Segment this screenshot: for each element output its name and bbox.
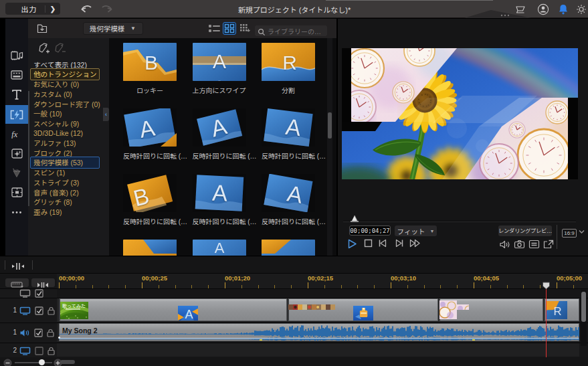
redo-button[interactable]	[100, 2, 114, 15]
sidebar-item-effect-room[interactable]: fx	[5, 124, 28, 143]
category-dropdown[interactable]: 幾何学模様 ▼	[83, 22, 143, 35]
add-tag-button[interactable]	[38, 42, 49, 54]
sidebar-item-masks-room[interactable]	[5, 183, 28, 201]
adjust-timeline-button[interactable]	[9, 261, 27, 273]
import-media-button[interactable]	[37, 23, 48, 34]
undock-preview-button[interactable]	[543, 240, 554, 249]
mute-button[interactable]	[499, 240, 510, 249]
remove-tag-button[interactable]	[54, 42, 65, 54]
transition-badge[interactable]: A	[178, 306, 198, 323]
tag-item[interactable]: ダウンロード完了 (0)	[31, 99, 108, 109]
sidebar-item-pip-objects-room[interactable]	[5, 144, 28, 163]
library-item[interactable]: A	[193, 240, 246, 256]
library-item[interactable]: A反時計回りに回転 (…	[262, 108, 315, 161]
library-item[interactable]: AA上方向にスワイプ	[193, 43, 246, 95]
zoom-out-button[interactable]	[3, 358, 12, 366]
timecode-display[interactable]: 00;00;04;27	[349, 225, 391, 236]
next-frame-button[interactable]	[393, 238, 405, 250]
library-item[interactable]: A反時計回りに回転 (…	[193, 174, 246, 226]
library-item[interactable]: R分割	[262, 43, 315, 95]
library-item[interactable]	[123, 240, 177, 256]
list-view-button[interactable]	[208, 23, 221, 33]
zoom-fit-dropdown[interactable]: フィット ▼	[395, 225, 437, 236]
tag-item[interactable]: 音声 (音楽) (2)	[31, 187, 108, 197]
undo-button[interactable]	[79, 2, 94, 15]
sidebar-item-more-rooms[interactable]	[5, 203, 28, 221]
timeline-vertical-scrollbar[interactable]	[581, 290, 587, 346]
library-item[interactable]: A反時計回りに回転 (…	[123, 108, 177, 161]
track-lock-icon[interactable]	[46, 328, 55, 337]
preview-video[interactable]	[342, 48, 578, 179]
tag-item[interactable]: グリッチ (8)	[31, 197, 108, 207]
library-search-input[interactable]: ライブラリーの…	[255, 25, 327, 36]
sidebar-item-title-room[interactable]	[5, 85, 28, 104]
settings-button[interactable]	[575, 3, 587, 18]
tag-item[interactable]: お気に入り (0)	[31, 79, 108, 89]
track-enable-checkbox[interactable]	[35, 306, 43, 314]
grid-view-button[interactable]	[223, 22, 236, 35]
volume-keyframe[interactable]	[58, 337, 60, 339]
library-scrollbar-track[interactable]	[327, 38, 332, 256]
timeline-vscroll-thumb[interactable]	[581, 292, 586, 322]
account-button[interactable]	[537, 3, 549, 18]
playhead-marker[interactable]	[542, 280, 551, 288]
tag-item[interactable]: アルファ (13)	[31, 139, 108, 149]
tag-panel-scrollbar[interactable]	[28, 91, 29, 206]
collapse-panel-button[interactable]: ‹	[103, 108, 109, 121]
timeline-horizontal-scrollbar[interactable]	[60, 360, 75, 364]
volume-line[interactable]	[60, 338, 579, 339]
seek-handle[interactable]	[349, 213, 360, 221]
sidebar-item-particle-room[interactable]	[5, 163, 28, 182]
tag-item[interactable]: 幾何学模様 (53)	[31, 158, 108, 168]
track-enable-checkbox[interactable]	[35, 346, 43, 355]
snapshot-button[interactable]	[514, 240, 524, 249]
video-clip[interactable]	[59, 298, 287, 321]
drag-drop-view-button[interactable]	[239, 23, 251, 33]
library-item-label: 分割	[262, 85, 315, 95]
library-item[interactable]	[262, 240, 315, 256]
produce-button[interactable]: 出力 ❯	[5, 3, 60, 15]
stop-button[interactable]	[363, 238, 375, 250]
tag-item[interactable]: スペシャル (9)	[31, 118, 108, 128]
sidebar-item-transition-room[interactable]	[5, 105, 28, 124]
tag-item[interactable]: ストライプ (3)	[31, 177, 108, 187]
previous-frame-button[interactable]	[377, 238, 389, 250]
seek-bar[interactable]	[343, 221, 576, 222]
tag-item[interactable]: 一般 (10)	[31, 108, 108, 118]
transition-badge[interactable]	[353, 306, 373, 323]
library-item[interactable]: B反時計回りに回転 (…	[123, 174, 177, 226]
track-lock-icon[interactable]	[47, 306, 56, 314]
track-type-icon[interactable]	[19, 328, 30, 337]
library-item[interactable]: A反時計回りに回転 (…	[193, 108, 246, 161]
aspect-ratio-badge[interactable]: 16:9	[562, 229, 577, 238]
preview-quality-button[interactable]	[528, 240, 539, 249]
tag-item[interactable]: 他のトランジション	[31, 70, 108, 80]
track-type-icon[interactable]	[19, 306, 31, 314]
zoom-slider-track[interactable]	[15, 362, 52, 363]
sidebar-item-media-room[interactable]	[5, 46, 28, 65]
render-preview-button[interactable]: レンダリングプレビ…	[498, 225, 552, 236]
store-button[interactable]	[515, 3, 527, 18]
svg-text:A: A	[213, 76, 225, 81]
ruler-label: 00;04;05	[474, 274, 499, 282]
track-enable-checkbox[interactable]	[34, 328, 43, 337]
play-button[interactable]	[347, 238, 358, 250]
track-enable-checkbox[interactable]	[35, 288, 43, 297]
sidebar-item-plugins-room[interactable]	[5, 66, 28, 84]
library-item[interactable]: A反時計回りに回転 (…	[262, 174, 315, 226]
notifications-button[interactable]	[557, 3, 569, 18]
tag-item[interactable]: スピン (1)	[31, 168, 108, 178]
aspect-chevron-icon[interactable]	[579, 230, 585, 234]
timeline-panel: 00;00;0000;00;2500;01;2000;02;1500;03;10…	[0, 256, 588, 366]
track-lock-icon[interactable]	[47, 346, 56, 355]
track-type-icon[interactable]	[19, 346, 31, 355]
zoom-slider-handle[interactable]	[39, 359, 45, 365]
track-type-icon[interactable]	[19, 288, 31, 297]
tag-item[interactable]: 3D/3D-Like (12)	[31, 128, 108, 139]
library-scrollbar[interactable]	[328, 112, 332, 139]
tag-item[interactable]: カスタム (0)	[31, 89, 108, 99]
library-item[interactable]: Bロッキー	[123, 43, 177, 95]
tag-item[interactable]: 歪み (19)	[31, 207, 108, 217]
fast-forward-button[interactable]	[409, 238, 420, 250]
video-track-2-lane[interactable]	[57, 343, 579, 357]
